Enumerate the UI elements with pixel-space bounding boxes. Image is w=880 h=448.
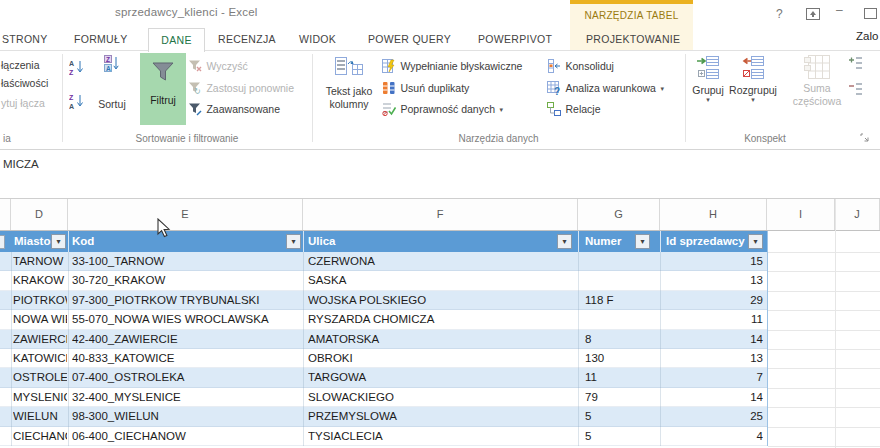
column-heading[interactable]: J	[835, 199, 880, 230]
consolidate-button[interactable]: Konsoliduj	[547, 57, 614, 73]
cell-id-sprzedawcy[interactable]: 25	[663, 407, 763, 426]
relationships-button[interactable]: Relacje	[547, 100, 600, 116]
sign-in-label[interactable]: Zalo	[856, 30, 878, 42]
cell-numer[interactable]: 8	[585, 330, 655, 349]
group-button[interactable]: Grupuj ▾	[688, 55, 728, 104]
minimize-icon[interactable]: –	[836, 3, 843, 17]
what-if-analysis-button[interactable]: ? Analiza warunkowa ▾	[547, 79, 664, 95]
cell-ulica[interactable]: TYSIACLECIA	[308, 427, 570, 446]
cell-kod[interactable]: 33-100_TARNOW	[72, 252, 300, 271]
filter-dropdown-icon[interactable]: ▾	[51, 234, 66, 249]
tab-view[interactable]: WIDOK	[299, 33, 336, 45]
cell-id-sprzedawcy[interactable]: 14	[663, 388, 763, 407]
cell-id-sprzedawcy[interactable]: 15	[663, 252, 763, 271]
column-heading[interactable]: G	[578, 199, 660, 230]
tab-review[interactable]: RECENZJA	[218, 33, 276, 45]
table-row[interactable]: OSTROLEKA 07-400_OSTROLEKA TARGOWA 11 7	[0, 368, 767, 387]
table-row[interactable]: CIECHANOW 06-400_CIECHANOW TYSIACLECIA 5…	[0, 427, 767, 446]
table-row[interactable]: MYSLENICE 32-400_MYSLENICE SLOWACKIEGO 7…	[0, 388, 767, 407]
tab-design[interactable]: PROJEKTOWANIE	[586, 33, 680, 45]
cell-numer[interactable]: 5	[585, 407, 655, 426]
header-numer[interactable]: Numer	[585, 231, 621, 252]
ungroup-button[interactable]: Rozgrupuj ▾	[728, 55, 778, 104]
cell-id-sprzedawcy[interactable]: 14	[663, 330, 763, 349]
show-detail-icon[interactable]	[848, 57, 863, 70]
cell-numer[interactable]	[585, 310, 655, 329]
tab-data[interactable]: DANE	[148, 28, 205, 52]
table-row[interactable]: ZAWIERCIE 42-400_ZAWIERCIE AMATORSKA 8 1…	[0, 330, 767, 349]
cell-numer[interactable]	[585, 271, 655, 290]
cell-id-sprzedawcy[interactable]: 13	[663, 349, 763, 368]
cell-numer[interactable]: 79	[585, 388, 655, 407]
formula-bar[interactable]: MICZA	[0, 150, 880, 199]
cell-ulica[interactable]: RYSZARDA CHOMICZA	[308, 310, 570, 329]
cell-kod[interactable]: 42-400_ZAWIERCIE	[72, 330, 300, 349]
cell-ulica[interactable]: SASKA	[308, 271, 570, 290]
cell-kod[interactable]: 30-720_KRAKOW	[72, 271, 300, 290]
header-miasto[interactable]: Miasto	[14, 231, 50, 252]
table-row[interactable]: PIOTRKOW 97-300_PIOTRKOW TRYBUNALSKI WOJ…	[0, 291, 767, 310]
filter-dropdown-icon[interactable]	[0, 235, 5, 249]
text-to-columns-button[interactable]: Tekst jako kolumny	[318, 55, 380, 111]
cell-kod[interactable]: 07-400_OSTROLEKA	[72, 368, 300, 387]
cell-miasto[interactable]: CIECHANOW	[13, 427, 67, 446]
header-ulica[interactable]: Ulica	[308, 231, 336, 252]
maximize-icon[interactable]	[864, 8, 880, 19]
column-heading[interactable]: E	[68, 199, 303, 230]
cell-id-sprzedawcy[interactable]: 13	[663, 271, 763, 290]
cell-id-sprzedawcy[interactable]: 11	[663, 310, 763, 329]
cell-miasto[interactable]: WIELUN	[13, 407, 67, 426]
hide-detail-icon[interactable]	[848, 83, 863, 96]
cell-ulica[interactable]: OBROKI	[308, 349, 570, 368]
cell-id-sprzedawcy[interactable]: 7	[663, 368, 763, 387]
cell-miasto[interactable]: TARNOW	[13, 252, 67, 271]
filter-dropdown-icon[interactable]: ▾	[557, 234, 572, 249]
cell-kod[interactable]: 55-070_NOWA WIES WROCLAWSKA	[72, 310, 300, 329]
column-heading-partial[interactable]	[0, 199, 11, 230]
advanced-filter-button[interactable]: Zaawansowane	[188, 100, 280, 116]
cell-kod[interactable]: 06-400_CIECHANOW	[72, 427, 300, 446]
tab-power-query[interactable]: POWER QUERY	[368, 33, 451, 45]
filter-dropdown-icon[interactable]: ▾	[748, 234, 763, 249]
cell-id-sprzedawcy[interactable]: 4	[663, 427, 763, 446]
column-heading[interactable]: D	[11, 199, 68, 230]
tab-page-layout[interactable]: STRONY	[2, 33, 48, 45]
cell-miasto[interactable]: OSTROLEKA	[13, 368, 67, 387]
header-id-sprzedawcy[interactable]: Id sprzedawcy	[666, 231, 745, 252]
cell-miasto[interactable]: KRAKOW	[13, 271, 67, 290]
remove-duplicates-button[interactable]: Usuń duplikaty	[382, 79, 469, 95]
table-row[interactable]: WIELUN 98-300_WIELUN PRZEMYSLOWA 5 25	[0, 407, 767, 426]
cell-kod[interactable]: 98-300_WIELUN	[72, 407, 300, 426]
sort-button[interactable]: ZA Sortuj	[90, 55, 134, 110]
ribbon-display-options-icon[interactable]	[806, 8, 820, 20]
cell-ulica[interactable]: PRZEMYSLOWA	[308, 407, 570, 426]
cell-numer[interactable]: 11	[585, 368, 655, 387]
filter-button[interactable]: Filtruj	[140, 53, 186, 125]
table-row[interactable]: KRAKOW 30-720_KRAKOW SASKA 13	[0, 271, 767, 290]
flash-fill-button[interactable]: Wypełnianie błyskawiczne	[382, 57, 522, 73]
cell-kod[interactable]: 97-300_PIOTRKOW TRYBUNALSKI	[72, 291, 300, 310]
column-heading[interactable]: H	[660, 199, 767, 230]
cell-kod[interactable]: 32-400_MYSLENICE	[72, 388, 300, 407]
cell-miasto[interactable]: ZAWIERCIE	[13, 330, 67, 349]
column-heading[interactable]: F	[303, 199, 578, 230]
tab-powerpivot[interactable]: POWERPIVOT	[478, 33, 552, 45]
cell-id-sprzedawcy[interactable]: 29	[663, 291, 763, 310]
cell-ulica[interactable]: AMATORSKA	[308, 330, 570, 349]
cell-miasto[interactable]: KATOWICE	[13, 349, 67, 368]
sort-za-icon[interactable]: ZA	[69, 93, 84, 110]
filter-dropdown-icon[interactable]: ▾	[635, 234, 650, 249]
cell-numer[interactable]: 130	[585, 349, 655, 368]
cell-miasto[interactable]: MYSLENICE	[13, 388, 67, 407]
cell-numer[interactable]	[585, 252, 655, 271]
cell-ulica[interactable]: CZERWONA	[308, 252, 570, 271]
properties-partial-label[interactable]: łaściwości	[1, 77, 48, 89]
dialog-launcher-icon[interactable]	[860, 133, 869, 142]
filter-dropdown-icon[interactable]: ▾	[286, 234, 301, 249]
cell-numer[interactable]: 118 F	[585, 291, 655, 310]
table-row[interactable]: NOWA WIES 55-070_NOWA WIES WROCLAWSKA RY…	[0, 310, 767, 329]
cell-numer[interactable]: 5	[585, 427, 655, 446]
cell-kod[interactable]: 40-833_KATOWICE	[72, 349, 300, 368]
header-kod[interactable]: Kod	[72, 231, 94, 252]
table-row[interactable]: TARNOW 33-100_TARNOW CZERWONA 15	[0, 252, 767, 271]
